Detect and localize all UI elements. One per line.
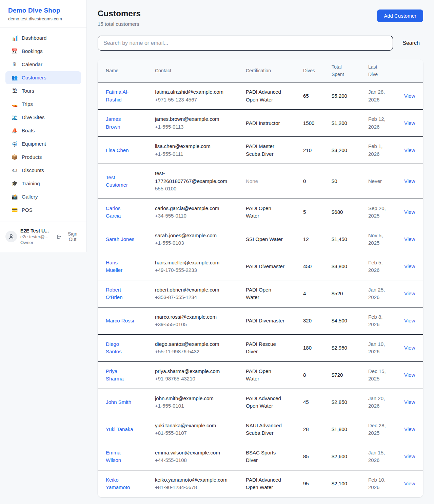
logout-icon	[56, 234, 62, 240]
view-link[interactable]: View	[404, 291, 415, 296]
cell-total-spent: $3,200	[323, 137, 360, 164]
cell-last-dive: Dec 15, 2025	[360, 361, 396, 389]
cell-view: View	[396, 226, 423, 253]
cell-total-spent: $4,500	[323, 307, 360, 334]
cell-total-spent: $1,450	[323, 226, 360, 253]
table-row: James Brown james.brown@example.com +1-5…	[98, 110, 423, 137]
cell-dives: 0	[295, 164, 323, 199]
cell-certification: PADI Rescue Diver	[238, 334, 295, 361]
sidebar-item-equipment[interactable]: 🤿 Equipment	[5, 137, 81, 150]
view-link[interactable]: View	[404, 426, 415, 432]
search-input[interactable]	[98, 36, 393, 51]
cell-contact: lisa.chen@example.com +1-555-0111	[147, 137, 238, 164]
sidebar-item-pos[interactable]: 💳 POS	[5, 204, 81, 217]
sidebar-item-discounts[interactable]: 🏷 Discounts	[5, 164, 81, 177]
customer-name-link[interactable]: Carlos Garcia	[106, 205, 136, 220]
cell-total-spent: $2,100	[323, 470, 360, 497]
view-link[interactable]: View	[404, 372, 415, 378]
table-row: Yuki Tanaka yuki.tanaka@example.com +81-…	[98, 416, 423, 443]
customer-name-link[interactable]: Priya Sharma	[106, 368, 136, 383]
cell-name: Keiko Yamamoto	[98, 470, 147, 497]
customer-name-link[interactable]: Keiko Yamamoto	[106, 476, 136, 491]
customer-name-link[interactable]: Marco Rossi	[106, 317, 134, 325]
view-link[interactable]: View	[404, 178, 415, 184]
sidebar-item-trips[interactable]: 🚤 Trips	[5, 98, 81, 111]
table-row: Carlos Garcia carlos.garcia@example.com …	[98, 199, 423, 226]
customer-phone: +1-555-0111	[155, 150, 232, 158]
search-row: Search	[98, 36, 423, 51]
view-link[interactable]: View	[404, 345, 415, 351]
customer-email: james.brown@example.com	[155, 115, 232, 123]
add-customer-button[interactable]: Add Customer	[377, 10, 423, 22]
cell-total-spent: $720	[323, 361, 360, 389]
cell-certification: PADI Advanced Open Water	[238, 389, 295, 416]
sidebar-item-label: Calendar	[22, 61, 42, 68]
customer-name-link[interactable]: Diego Santos	[106, 340, 136, 356]
cell-view: View	[396, 443, 423, 470]
sign-out-button[interactable]: Sign Out	[56, 231, 81, 242]
customer-certification: PADI Open Water	[246, 368, 286, 383]
customer-name-link[interactable]: Fatima Al-Rashid	[106, 88, 136, 104]
customer-name-link[interactable]: Hans Mueller	[106, 259, 136, 274]
view-link[interactable]: View	[404, 147, 415, 153]
sidebar-item-bookings[interactable]: 📅 Bookings	[5, 45, 81, 58]
search-button[interactable]: Search	[399, 37, 423, 50]
trips-icon: 🚤	[11, 101, 18, 107]
customer-name-link[interactable]: James Brown	[106, 115, 136, 131]
view-link[interactable]: View	[404, 318, 415, 323]
cell-total-spent: $2,850	[323, 389, 360, 416]
view-link[interactable]: View	[404, 453, 415, 459]
user-meta: E2E Test U... e2e-tester@... Owner	[20, 228, 53, 245]
discounts-icon: 🏷	[11, 167, 18, 173]
customer-phone: +91-98765-43210	[155, 375, 232, 383]
customer-name-link[interactable]: Yuki Tanaka	[106, 426, 133, 433]
column-header-dives: Dives	[295, 59, 323, 82]
sidebar-item-dive-sites[interactable]: 🌊 Dive Sites	[5, 111, 81, 124]
sidebar-item-products[interactable]: 📦 Products	[5, 151, 81, 164]
view-link[interactable]: View	[404, 236, 415, 242]
cell-last-dive: Feb 1, 2026	[360, 137, 396, 164]
cell-certification: PADI Master Scuba Diver	[238, 137, 295, 164]
column-header-certification: Certification	[238, 59, 295, 82]
sidebar-item-calendar[interactable]: 🗓 Calendar	[5, 58, 81, 71]
customer-certification: PADI Divemaster	[246, 263, 284, 270]
cell-name: John Smith	[98, 389, 147, 416]
view-link[interactable]: View	[404, 481, 415, 486]
sidebar-item-training[interactable]: 🎓 Training	[5, 177, 81, 190]
customer-name-link[interactable]: Sarah Jones	[106, 236, 134, 243]
cell-contact: james.brown@example.com +1-555-0113	[147, 110, 238, 137]
sidebar-item-gallery[interactable]: 📸 Gallery	[5, 190, 81, 203]
cell-certification: BSAC Sports Diver	[238, 443, 295, 470]
sidebar-item-tours[interactable]: 🏝 Tours	[5, 85, 81, 97]
sidebar-item-boats[interactable]: ⛵ Boats	[5, 124, 81, 137]
sidebar-item-customers[interactable]: 👥 Customers	[5, 71, 81, 84]
view-link[interactable]: View	[404, 399, 415, 405]
cell-last-dive: Never	[360, 164, 396, 199]
customer-certification: None	[246, 178, 258, 185]
cell-name: Yuki Tanaka	[98, 416, 147, 443]
cell-contact: hans.mueller@example.com +49-170-555-223…	[147, 253, 238, 280]
boats-icon: ⛵	[11, 128, 18, 134]
sidebar-item-dashboard[interactable]: 📊 Dashboard	[5, 32, 81, 44]
customer-phone: +353-87-555-1234	[155, 294, 232, 301]
pos-icon: 💳	[11, 207, 18, 213]
cell-total-spent: $2,600	[323, 443, 360, 470]
sidebar-item-label: Equipment	[22, 141, 46, 147]
customer-name-link[interactable]: Robert O'Brien	[106, 286, 136, 301]
sidebar-item-label: Customers	[22, 75, 46, 81]
customer-phone: +39-555-0105	[155, 321, 232, 329]
customer-email: hans.mueller@example.com	[155, 259, 232, 267]
cell-contact: marco.rossi@example.com +39-555-0105	[147, 307, 238, 334]
cell-certification: NAUI Advanced Scuba Diver	[238, 416, 295, 443]
view-link[interactable]: View	[404, 93, 415, 99]
view-link[interactable]: View	[404, 209, 415, 215]
view-link[interactable]: View	[404, 120, 415, 126]
customer-name-link[interactable]: Lisa Chen	[106, 147, 129, 154]
customer-name-link[interactable]: John Smith	[106, 398, 131, 406]
view-link[interactable]: View	[404, 263, 415, 269]
customer-certification: SSI Open Water	[246, 236, 283, 243]
cell-name: Carlos Garcia	[98, 199, 147, 226]
customer-name-link[interactable]: Test Customer	[106, 174, 136, 189]
customer-name-link[interactable]: Emma Wilson	[106, 449, 136, 464]
customer-email: emma.wilson@example.com	[155, 449, 232, 457]
